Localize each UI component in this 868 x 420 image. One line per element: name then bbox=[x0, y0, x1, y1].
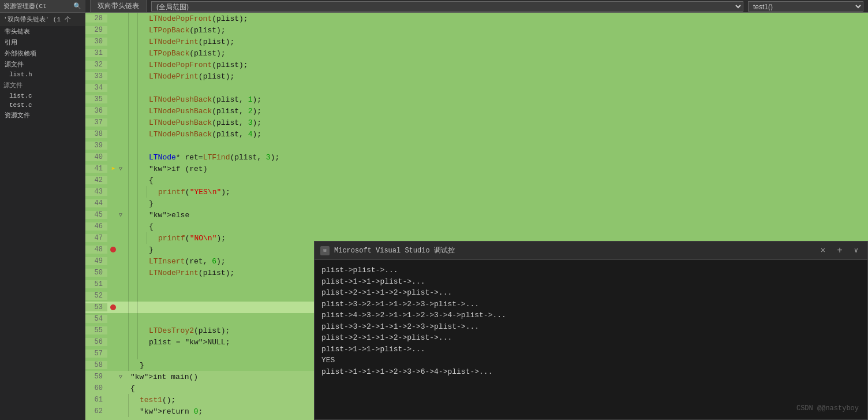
indent-guide bbox=[128, 47, 137, 59]
code-line: 46{ bbox=[85, 221, 868, 232]
scope-dropdown[interactable]: (全局范围) bbox=[151, 1, 743, 12]
sidebar-item-label: list.h bbox=[9, 71, 32, 78]
terminal-close-button[interactable]: × bbox=[817, 245, 829, 257]
sidebar-item-resource[interactable]: 资源文件 bbox=[0, 110, 85, 121]
indent-guide bbox=[128, 105, 137, 117]
indent-guide bbox=[137, 47, 147, 59]
indent-guide bbox=[137, 325, 147, 336]
sidebar-item-test-c[interactable]: test.c bbox=[0, 101, 85, 110]
terminal-output-line: plist->3->2->1->1->2->3->plist->... bbox=[321, 299, 860, 310]
indent-guide bbox=[137, 82, 147, 94]
indent-guide bbox=[128, 406, 137, 417]
sidebar-item-label: 资源文件 bbox=[5, 112, 30, 119]
line-number: 50 bbox=[85, 269, 107, 277]
line-number: 36 bbox=[85, 107, 107, 115]
indent-guide bbox=[137, 221, 147, 232]
code-line: 41➤▽"kw">if (ret) bbox=[85, 163, 868, 174]
sidebar-item-list-c[interactable]: list.c bbox=[0, 91, 85, 101]
sidebar-item-source[interactable]: 源文件 bbox=[0, 59, 85, 70]
indent-guide bbox=[137, 70, 147, 82]
search-icon[interactable]: 🔍 bbox=[73, 2, 81, 10]
terminal-add-button[interactable]: + bbox=[833, 244, 846, 257]
indent-guide bbox=[128, 13, 137, 24]
line-number: 43 bbox=[85, 188, 107, 196]
indent-guide bbox=[128, 394, 137, 406]
line-number: 33 bbox=[85, 72, 107, 80]
terminal-output-line: plist->1->1->1->2->3->6->4->plist->... bbox=[321, 366, 860, 378]
indent-guide bbox=[137, 209, 147, 221]
indent-guide bbox=[128, 336, 137, 348]
source-label: 源文件 bbox=[0, 79, 85, 91]
indent-guide bbox=[128, 140, 137, 151]
line-number: 38 bbox=[85, 130, 107, 138]
terminal-output-line: plist->plist->... bbox=[321, 265, 860, 276]
line-number: 32 bbox=[85, 61, 107, 69]
code-line: 38LTNodePushBack(plist, 4); bbox=[85, 128, 868, 140]
sidebar-item-label: 带头链表 bbox=[5, 28, 30, 35]
indent-guide bbox=[128, 36, 137, 47]
breakpoint-indicator bbox=[110, 247, 116, 252]
terminal-titlebar: ⊟ Microsoft Visual Studio 调试控 × + ∨ bbox=[315, 241, 867, 260]
indent-guide bbox=[128, 302, 137, 313]
code-line: 29LTPopBack(plist); bbox=[85, 24, 868, 36]
indent-guide bbox=[137, 255, 147, 267]
terminal-title: Microsoft Visual Studio 调试控 bbox=[334, 246, 813, 255]
function-dropdown[interactable]: test1() bbox=[748, 1, 863, 12]
indent-guide bbox=[128, 209, 137, 221]
current-line-arrow: ➤ bbox=[111, 165, 115, 173]
line-number: 52 bbox=[85, 292, 107, 300]
indent-guide bbox=[137, 232, 147, 244]
line-gutter: ➤ bbox=[107, 165, 119, 173]
line-number: 30 bbox=[85, 38, 107, 46]
line-content: { bbox=[147, 222, 868, 231]
code-line: 42{ bbox=[85, 174, 868, 186]
indent-guide bbox=[128, 186, 137, 198]
sidebar-item-header-file[interactable]: list.h bbox=[0, 70, 85, 79]
breakpoint-indicator bbox=[110, 304, 116, 310]
indent-guide bbox=[128, 151, 137, 163]
collapse-arrow-icon[interactable]: ▽ bbox=[119, 373, 122, 380]
indent-guide bbox=[128, 290, 137, 302]
line-content: LTPopBack(plist); bbox=[147, 49, 868, 58]
line-number: 41 bbox=[85, 165, 107, 173]
indent-guide bbox=[137, 105, 147, 117]
sidebar-item-deps[interactable]: 外部依赖项 bbox=[0, 48, 85, 59]
code-editor: 28LTNodePopFront(plist);29LTPopBack(plis… bbox=[85, 13, 868, 420]
code-line: 37LTNodePushBack(plist, 3); bbox=[85, 117, 868, 128]
code-line: 35LTNodePushBack(plist, 1); bbox=[85, 94, 868, 105]
sidebar-item-usage[interactable]: 引用 bbox=[0, 37, 85, 48]
sidebar-item-label: list.c bbox=[9, 92, 32, 99]
indent-guide bbox=[137, 267, 147, 278]
collapse-arrow-icon[interactable]: ▽ bbox=[119, 211, 122, 218]
indent-guide bbox=[128, 325, 137, 336]
line-number: 59 bbox=[85, 373, 107, 381]
line-content: LTNodePopFront(plist); bbox=[147, 14, 868, 23]
terminal-output-line: plist->1->1->plist->... bbox=[321, 344, 860, 355]
line-content: LTNodePushBack(plist, 4); bbox=[147, 130, 868, 139]
line-number: 62 bbox=[85, 407, 107, 415]
code-line: 44} bbox=[85, 198, 868, 209]
indent-guide bbox=[137, 24, 147, 36]
collapse-arrow-icon[interactable]: ▽ bbox=[119, 165, 122, 172]
sidebar-item-linked-list[interactable]: 带头链表 bbox=[0, 26, 85, 37]
main-area: 双向带头链表 (全局范围) test1() 28LTNodePopFront(p… bbox=[85, 0, 868, 420]
indent-guide bbox=[137, 198, 147, 209]
indent-guide bbox=[128, 24, 137, 36]
line-number: 48 bbox=[85, 246, 107, 254]
file-tab[interactable]: 双向带头链表 bbox=[90, 0, 147, 13]
line-number: 29 bbox=[85, 26, 107, 34]
code-line: 30LTNodePrint(plist); bbox=[85, 36, 868, 47]
project-label: '双向带头链表' (1 个 bbox=[0, 13, 85, 26]
line-content: printf("YES\n"); bbox=[156, 188, 868, 196]
indent-guide bbox=[137, 174, 147, 186]
line-content: LTNodePushBack(plist, 3); bbox=[147, 118, 868, 127]
line-content: "kw">else bbox=[147, 211, 868, 220]
indent-guide bbox=[128, 221, 137, 232]
line-number: 55 bbox=[85, 326, 107, 334]
indent-guide bbox=[137, 151, 147, 163]
indent-guide bbox=[128, 198, 137, 209]
terminal-chevron-button[interactable]: ∨ bbox=[851, 245, 862, 256]
line-number: 61 bbox=[85, 396, 107, 404]
terminal-content: plist->plist->...plist->1->1->plist->...… bbox=[315, 260, 867, 419]
line-content: LTPopBack(plist); bbox=[147, 26, 868, 35]
